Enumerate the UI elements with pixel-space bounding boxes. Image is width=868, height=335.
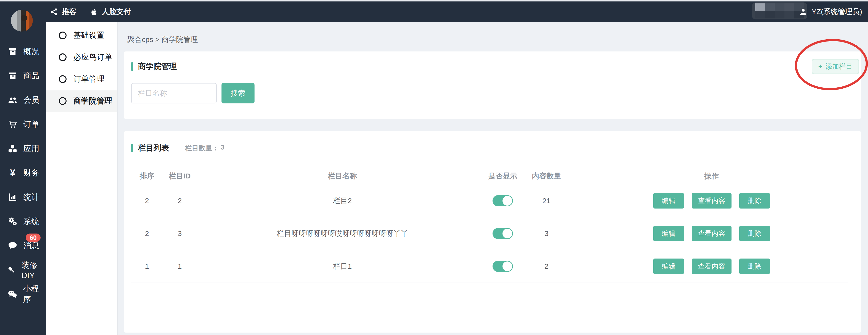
wechat-icon [6, 289, 19, 299]
gears-icon [6, 216, 19, 226]
sidebar-item-label: 概况 [23, 46, 39, 57]
submenu-item-订单管理[interactable]: 订单管理 [46, 68, 117, 90]
sidebar-item-label: 财务 [23, 168, 39, 178]
panel1-title: 商学院管理 [138, 61, 177, 72]
visibility-toggle[interactable] [493, 228, 513, 239]
topbar-nav: 推客人脸支付 [50, 1, 131, 22]
toggle-knob [502, 229, 512, 238]
action-edit-button[interactable]: 编辑 [653, 259, 684, 274]
action-view-content-button[interactable]: 查看内容 [692, 193, 732, 208]
cell-id: 1 [163, 262, 197, 270]
cell-actions: 编辑查看内容删除 [576, 259, 847, 274]
sidebar-item-消息[interactable]: 消息60 [0, 234, 46, 258]
submenu-item-label: 订单管理 [73, 74, 104, 85]
panel2-header: 栏目列表 栏目数量： 3 [131, 143, 224, 154]
cubes-icon [6, 144, 19, 154]
topbar-nav-item[interactable]: 人脸支付 [90, 7, 131, 17]
submenu-item-label: 必应鸟订单 [73, 52, 112, 63]
unread-badge: 60 [26, 234, 40, 242]
sidebar-item-小程序[interactable]: 小程序 [0, 282, 46, 306]
topbar-nav-item[interactable]: 推客 [50, 7, 76, 17]
topbar: 推客人脸支付 YZ(系统管理员) [0, 0, 868, 22]
share-icon [50, 8, 58, 16]
sidebar-item-订单[interactable]: 订单 [0, 112, 46, 136]
plus-icon: + [818, 63, 823, 70]
column-header: 操作 [576, 171, 847, 181]
toggle-knob [502, 262, 512, 271]
user-menu[interactable]: YZ(系统管理员) [799, 1, 862, 22]
cart-icon [6, 120, 19, 129]
action-view-content-button[interactable]: 查看内容 [692, 226, 732, 241]
accent-bar [131, 62, 133, 71]
sidebar-item-统计[interactable]: 统计 [0, 185, 46, 209]
add-column-button[interactable]: + 添加栏目 [812, 59, 859, 74]
table-header: 排序栏目ID栏目名称是否显示内容数量操作 [131, 168, 847, 185]
column-header: 栏目名称 [197, 171, 488, 181]
sidebar-item-label: 会员 [23, 95, 39, 106]
sidebar-item-财务[interactable]: ¥财务 [0, 161, 46, 185]
sidebar-item-label: 消息 [23, 240, 39, 251]
circle-icon [59, 54, 66, 61]
breadcrumb[interactable]: 聚合cps > 商学院管理 [127, 35, 198, 45]
sidebar-item-label: 装修DIY [21, 260, 46, 280]
submenu-item-必应鸟订单[interactable]: 必应鸟订单 [46, 46, 117, 68]
cell-visible [488, 228, 517, 239]
topbar-nav-label: 人脸支付 [102, 7, 131, 17]
apple-icon [90, 8, 98, 16]
accent-bar [131, 144, 133, 152]
screen-top-edge [0, 0, 868, 1]
toggle-knob [502, 196, 512, 206]
submenu-item-商学院管理[interactable]: 商学院管理 [46, 90, 117, 112]
action-edit-button[interactable]: 编辑 [653, 226, 684, 241]
sidebar-item-label: 统计 [23, 192, 39, 203]
add-column-label: 添加栏目 [826, 62, 853, 71]
cell-visible [488, 261, 517, 272]
search-input[interactable] [131, 83, 217, 103]
search-button[interactable]: 搜索 [221, 83, 254, 103]
sidebar-item-商品[interactable]: 商品 [0, 64, 46, 88]
users-icon [6, 95, 19, 105]
submenu-item-基础设置[interactable]: 基础设置 [46, 25, 117, 46]
user-label: YZ(系统管理员) [812, 7, 862, 17]
visibility-toggle[interactable] [493, 261, 513, 272]
cell-name: 栏目2 [197, 196, 488, 206]
archive-icon [6, 71, 19, 80]
table-body: 22栏目221编辑查看内容删除23栏目呀呀呀呀呀呀哎呀呀呀呀呀呀呀丫丫3编辑查看… [131, 185, 847, 283]
main-content: 聚合cps > 商学院管理 商学院管理 搜索 + 添加栏目 栏目列表 栏目数量：… [117, 22, 868, 335]
sidebar-item-系统[interactable]: 系统 [0, 209, 46, 234]
cell-sort: 2 [131, 197, 163, 205]
panel2-title: 栏目列表 [138, 143, 169, 154]
sidebar-menu: 概况商品会员订单应用¥财务统计系统消息60装修DIY小程序 [0, 39, 46, 306]
table-row: 11栏目12编辑查看内容删除 [131, 250, 847, 283]
gavel-icon [6, 265, 17, 275]
submenu: 基础设置必应鸟订单订单管理商学院管理 [46, 22, 118, 335]
action-delete-button[interactable]: 删除 [739, 226, 770, 241]
cell-id: 2 [163, 197, 197, 205]
manage-panel: 商学院管理 搜索 + 添加栏目 [124, 52, 861, 119]
cell-count: 3 [517, 229, 576, 238]
cell-visible [488, 195, 517, 206]
topbar-nav-label: 推客 [62, 7, 76, 17]
submenu-item-label: 基础设置 [73, 30, 104, 41]
screen: 推客人脸支付 YZ(系统管理员) 概况商品会员订单应用¥财务统计系统消息60装修… [0, 0, 868, 335]
submenu-item-label: 商学院管理 [73, 96, 112, 106]
column-header: 是否显示 [488, 171, 517, 181]
redacted-blur-mosaic [755, 3, 804, 19]
list-panel: 栏目列表 栏目数量： 3 排序栏目ID栏目名称是否显示内容数量操作 22栏目22… [124, 131, 861, 333]
sidebar-item-会员[interactable]: 会员 [0, 88, 46, 112]
avatar[interactable] [11, 10, 33, 32]
chart-icon [6, 192, 19, 202]
sidebar-item-装修DIY[interactable]: 装修DIY [0, 258, 46, 282]
sidebar-item-概况[interactable]: 概况 [0, 39, 46, 64]
column-header: 排序 [131, 171, 163, 181]
cell-sort: 1 [131, 262, 163, 270]
action-delete-button[interactable]: 删除 [739, 193, 770, 208]
cell-actions: 编辑查看内容删除 [576, 193, 847, 208]
action-delete-button[interactable]: 删除 [739, 259, 770, 274]
action-edit-button[interactable]: 编辑 [653, 193, 684, 208]
user-icon [799, 7, 808, 16]
sidebar: 概况商品会员订单应用¥财务统计系统消息60装修DIY小程序 [0, 0, 46, 335]
sidebar-item-应用[interactable]: 应用 [0, 136, 46, 161]
action-view-content-button[interactable]: 查看内容 [692, 259, 732, 274]
visibility-toggle[interactable] [493, 195, 513, 206]
